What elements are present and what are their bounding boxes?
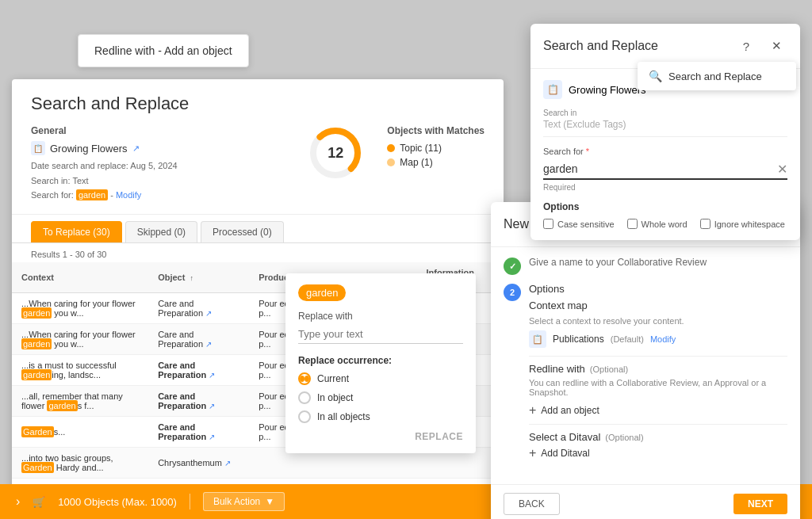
bulk-action-button[interactable]: Bulk Action ▼	[203, 492, 285, 511]
back-button[interactable]: BACK	[504, 493, 560, 515]
redline-tooltip-text: Redline with - Add an object	[94, 44, 232, 57]
donut-chart: 12	[308, 125, 363, 181]
step-1-content: Give a name to your Collaborative Review	[529, 257, 787, 273]
cell-object: Care and Preparation ↗	[148, 324, 249, 355]
replace-with-input[interactable]	[298, 325, 463, 344]
cell-object: Care and Preparation ↗	[148, 417, 249, 448]
search-input-row: ✕	[543, 159, 787, 180]
replace-occurrence-label: Replace occurrence:	[298, 355, 463, 366]
col-object[interactable]: Object ↑	[148, 262, 249, 293]
step-2-content: Options Context map Select a context to …	[529, 283, 787, 467]
radio-current[interactable]: Current	[298, 372, 463, 385]
radio-all-label: In all objects	[317, 411, 370, 422]
cell-context: ...When caring for your flower garden yo…	[12, 293, 148, 324]
cell-context: Gardens...	[12, 417, 148, 448]
object-item-topic: Topic (11)	[387, 143, 485, 154]
search-replace-popup: 🔍 Search and Replace	[638, 62, 796, 90]
cell-context: ...into two basic groups, Garden Hardy a…	[12, 448, 148, 479]
context-org-name: Publications	[553, 334, 604, 345]
radio-object-label: In object	[317, 392, 353, 403]
donut-container: 12	[308, 125, 363, 181]
dialog-actions: ? ✕	[735, 35, 787, 57]
redline-label-row: Redline with (Optional)	[529, 363, 787, 375]
date-search: Date search and replace: Aug 5, 2024	[31, 158, 284, 174]
redline-desc: You can redline with a Collaborative Rev…	[529, 378, 787, 397]
bulk-action-label: Bulk Action	[213, 496, 260, 507]
cell-context: ...all, remember that many flower garden…	[12, 386, 148, 417]
radio-in-all[interactable]: In all objects	[298, 410, 463, 423]
ignore-whitespace-checkbox[interactable]	[700, 219, 710, 229]
step-2-row: 2 Options Context map Select a context t…	[504, 283, 787, 467]
help-button[interactable]: ?	[735, 35, 757, 57]
modify-link[interactable]: Modify	[116, 190, 141, 200]
search-replace-dialog: Search and Replace ? ✕ 📋 Growing Flowers…	[530, 24, 800, 240]
tab-skipped[interactable]: Skipped (0)	[125, 221, 197, 242]
replace-panel: garden Replace with Replace occurrence: …	[285, 273, 476, 453]
step-2-title: Options	[529, 283, 787, 295]
context-map-title: Context map	[529, 300, 787, 311]
tab-to-replace[interactable]: To Replace (30)	[31, 221, 122, 242]
tab-processed[interactable]: Processed (0)	[201, 221, 284, 242]
footer-chevron[interactable]: ›	[16, 494, 20, 509]
footer-divider	[190, 494, 190, 509]
checkbox-whole-word[interactable]: Whole word	[627, 219, 688, 229]
checkbox-ignore-whitespace[interactable]: Ignore whitespace	[700, 219, 785, 229]
add-object-label: Add an object	[541, 405, 599, 416]
required-note: Required	[543, 183, 787, 192]
context-default: (Default)	[611, 334, 644, 344]
context-map-desc: Select a context to resolve your content…	[529, 316, 787, 326]
main-panel-title: Search and Replace	[31, 93, 485, 114]
main-panel-header: Search and Replace	[12, 79, 504, 114]
search-input[interactable]	[543, 159, 777, 178]
object-item-map: Map (1)	[387, 157, 485, 168]
search-popup-icon: 🔍	[649, 70, 662, 82]
org-link-icon[interactable]: ↗	[132, 143, 140, 154]
close-dialog-button[interactable]: ✕	[765, 35, 787, 57]
context-map-section: Context map Select a context to resolve …	[529, 300, 787, 348]
clear-search-button[interactable]: ✕	[777, 162, 787, 177]
radio-circle-object	[298, 391, 311, 404]
search-for-field-label: Search for *	[543, 147, 787, 156]
whole-word-checkbox[interactable]	[627, 219, 638, 229]
next-button[interactable]: NEXT	[733, 494, 787, 514]
objects-label: Objects with Matches	[387, 125, 485, 136]
context-modify-link[interactable]: Modify	[650, 334, 676, 344]
replace-button[interactable]: REPLACE	[415, 431, 463, 442]
add-ditaval-icon: +	[529, 446, 536, 460]
redline-label: Redline with	[529, 363, 585, 375]
donut-number: 12	[327, 145, 343, 162]
radio-circle-all	[298, 410, 311, 423]
step-1-circle: ✓	[504, 258, 521, 275]
whole-word-label: Whole word	[642, 219, 688, 229]
step-1-title: Give a name to your Collaborative Review	[529, 257, 787, 268]
collab-body: ✓ Give a name to your Collaborative Revi…	[491, 247, 800, 484]
dialog-body: 📋 Growing Flowers Search in Text (Exclud…	[530, 69, 800, 240]
case-sensitive-checkbox[interactable]	[543, 219, 553, 229]
general-label: General	[31, 125, 284, 136]
dialog-title: Search and Replace	[543, 39, 658, 53]
add-object-button[interactable]: + Add an object	[529, 403, 599, 418]
ditaval-label: Select a Ditaval	[529, 431, 600, 443]
replace-btn-row: REPLACE	[298, 431, 463, 442]
ditaval-label-row: Select a Ditaval (Optional)	[529, 431, 787, 443]
redline-section: Redline with (Optional) You can redline …	[529, 356, 787, 418]
object-map-label: Map (1)	[400, 157, 432, 168]
bulk-action-chevron: ▼	[265, 496, 274, 507]
cell-context: ...is a must to successful gardening, la…	[12, 355, 148, 386]
search-popup-text: Search and Replace	[668, 71, 762, 82]
dot-topic	[387, 144, 395, 152]
checkbox-case-sensitive[interactable]: Case sensitive	[543, 219, 615, 229]
radio-in-object[interactable]: In object	[298, 391, 463, 404]
step-1-row: ✓ Give a name to your Collaborative Revi…	[504, 257, 787, 275]
add-ditaval-label: Add Ditaval	[541, 448, 589, 459]
col-context: Context	[12, 262, 148, 293]
checkboxes-row: Case sensitive Whole word Ignore whitesp…	[543, 219, 787, 229]
footer-objects-label: 1000 Objects (Max. 1000)	[58, 496, 177, 508]
add-plus-icon: +	[529, 403, 536, 418]
ditaval-optional: (Optional)	[605, 433, 643, 442]
add-ditaval-button[interactable]: + Add Ditaval	[529, 446, 590, 460]
search-for-label: Search for:	[31, 190, 74, 200]
ditaval-section: Select a Ditaval (Optional) + Add Ditava…	[529, 424, 787, 460]
cell-object: Chrysanthemum ↗	[148, 448, 249, 479]
objects-section: Objects with Matches Topic (11) Map (1)	[387, 125, 485, 171]
